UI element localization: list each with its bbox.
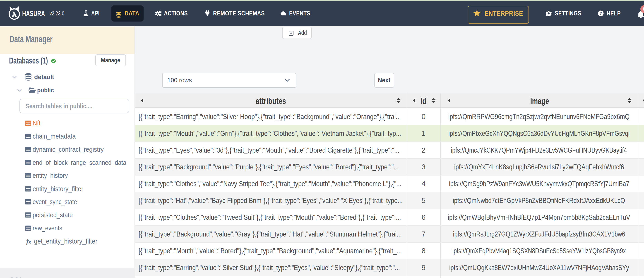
svg-text:?: ? (600, 11, 602, 16)
